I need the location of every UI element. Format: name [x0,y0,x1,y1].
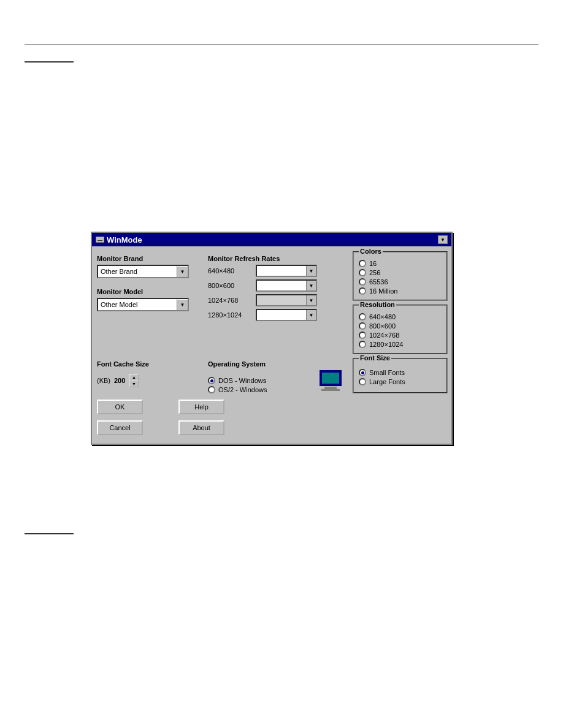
refresh-res-0: 640×480 [208,267,252,275]
monitor-model-group: Monitor Model Other Model ▼ [97,288,204,311]
title-bar-arrow-btn[interactable]: ▼ [438,235,448,244]
refresh-rates-label: Monitor Refresh Rates [208,255,349,262]
font-cache-up-btn[interactable]: ▲ [129,374,139,381]
monitor-model-value: Other Model [98,300,177,309]
font-size-radio-1[interactable] [359,378,366,385]
title-bar-title: WinMode [107,235,142,245]
colors-option-label-3: 16 Million [369,287,397,295]
font-cache-unit: (KB) [97,377,110,384]
refresh-row-0: 640×480 ▼ [208,265,349,277]
monitor-model-label: Monitor Model [97,288,204,295]
colors-option-label-2: 65536 [369,278,388,286]
colors-radio-1[interactable] [359,269,366,276]
colors-option-3[interactable]: 16 Million [359,287,442,295]
title-bar: — WinMode ▼ [92,233,451,246]
help-button[interactable]: Help [178,400,224,414]
colors-option-2[interactable]: 65536 [359,278,442,286]
colors-radio-2[interactable] [359,278,366,286]
dialog-body: Monitor Brand Other Brand ▼ Monitor Mode… [92,246,451,444]
resolution-option-label-2: 1024×768 [369,332,399,339]
monitor-brand-select[interactable]: Other Brand ▼ [97,265,189,278]
resolution-radio-3[interactable] [359,341,366,348]
resolution-option-label-3: 1280×1024 [369,341,403,348]
refresh-row-3: 1280×1024 ▼ [208,309,349,321]
os-and-icon-section: Operating System DOS - Windows OS/2 - Wi… [208,358,349,393]
refresh-rates-section: Monitor Refresh Rates 640×480 ▼ 800×600 … [208,251,349,354]
font-size-option-0[interactable]: Small Fonts [359,369,442,376]
resolution-option-2[interactable]: 1024×768 [359,332,442,339]
monitor-stand [321,389,340,391]
refresh-dropdown-btn-1[interactable]: ▼ [306,281,316,290]
monitor-brand-dropdown-btn[interactable]: ▼ [177,266,188,277]
font-size-option-1[interactable]: Large Fonts [359,378,442,385]
os-option-label-1: OS/2 - Windows [218,386,267,393]
font-cache-row: (KB) 200 ▲ ▼ [97,374,204,387]
colors-radio-group: 16 256 65536 16 Million [359,260,442,295]
os-option-0[interactable]: DOS - Windows [208,377,267,384]
colors-section: Colors 16 256 65536 16 Million [353,251,448,301]
resolution-radio-2[interactable] [359,332,366,339]
monitor-screen [320,370,342,386]
monitor-brand-label: Monitor Brand [97,255,204,262]
refresh-select-2[interactable]: ▼ [256,294,317,306]
os-option-1[interactable]: OS/2 - Windows [208,386,267,393]
colors-option-0[interactable]: 16 [359,260,442,267]
font-cache-spinner[interactable]: ▲ ▼ [129,374,139,387]
resolution-radio-group: 640×480 800×600 1024×768 1280×1024 [359,313,442,348]
font-size-radio-0[interactable] [359,369,366,376]
font-cache-section: Font Cache Size (KB) 200 ▲ ▼ [97,358,204,393]
colors-option-1[interactable]: 256 [359,269,442,276]
buttons-section: OK Help [97,397,448,417]
page-line-bottom [25,533,74,534]
colors-option-label-1: 256 [369,269,380,276]
resolution-option-0[interactable]: 640×480 [359,313,442,320]
refresh-res-1: 800×600 [208,282,252,289]
page-line-top [25,44,538,45]
refresh-select-1[interactable]: ▼ [256,279,317,292]
monitor-brand-group: Monitor Brand Other Brand ▼ [97,255,204,278]
monitor-icon [318,370,343,391]
refresh-select-0[interactable]: ▼ [256,265,317,277]
refresh-dropdown-btn-3[interactable]: ▼ [306,310,316,320]
about-button[interactable]: About [178,420,224,435]
resolution-label: Resolution [359,301,396,308]
refresh-select-3[interactable]: ▼ [256,309,317,321]
resolution-option-3[interactable]: 1280×1024 [359,341,442,348]
monitor-model-select[interactable]: Other Model ▼ [97,298,189,311]
font-size-option-label-1: Large Fonts [369,378,405,385]
title-bar-system-icon[interactable]: — [96,237,104,243]
colors-radio-3[interactable] [359,287,366,295]
os-radio-0[interactable] [208,377,215,384]
os-and-icon: DOS - Windows OS/2 - Windows [208,370,349,393]
monitor-screen-inner [322,373,339,384]
refresh-res-2: 1024×768 [208,297,252,304]
refresh-row-2: 1024×768 ▼ [208,294,349,306]
os-radio-group: DOS - Windows OS/2 - Windows [208,377,267,393]
colors-radio-0[interactable] [359,260,366,267]
refresh-dropdown-btn-2[interactable]: ▼ [306,295,316,305]
colors-label: Colors [359,248,383,255]
os-option-label-0: DOS - Windows [218,377,266,384]
resolution-option-1[interactable]: 800×600 [359,322,442,330]
buttons-row2: Cancel About [97,420,448,439]
cancel-button[interactable]: Cancel [97,420,143,435]
refresh-row-1: 800×600 ▼ [208,279,349,292]
font-cache-down-btn[interactable]: ▼ [129,381,139,387]
title-bar-left: — WinMode [96,235,142,245]
refresh-dropdown-btn-0[interactable]: ▼ [306,266,316,276]
monitor-model-dropdown-btn[interactable]: ▼ [177,299,188,310]
resolution-radio-1[interactable] [359,322,366,330]
os-label: Operating System [208,360,349,368]
ok-button[interactable]: OK [97,400,143,414]
resolution-section: Resolution 640×480 800×600 1024×768 1280… [353,305,448,354]
os-radio-1[interactable] [208,386,215,393]
monitor-brand-value: Other Brand [98,267,177,276]
font-size-option-label-0: Small Fonts [369,369,405,376]
resolution-option-label-0: 640×480 [369,313,396,320]
resolution-option-label-1: 800×600 [369,322,396,330]
font-cache-value: 200 [114,377,125,384]
font-cache-label: Font Cache Size [97,360,204,368]
page-line-sub [25,61,74,63]
resolution-radio-0[interactable] [359,313,366,320]
refresh-res-3: 1280×1024 [208,311,252,319]
